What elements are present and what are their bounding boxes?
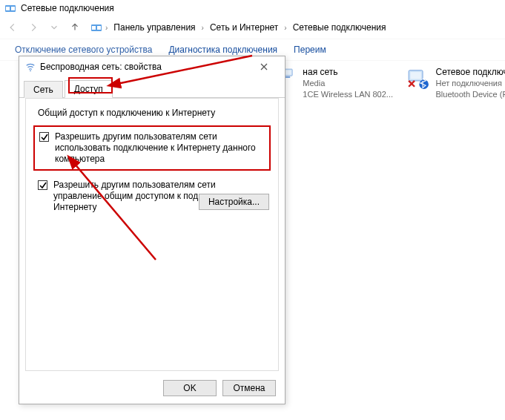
connection-name: Сетевое подключен — [436, 67, 505, 78]
rename-button[interactable]: Переим — [294, 45, 326, 55]
wifi-icon — [25, 62, 36, 72]
connection-name: ная сеть — [303, 67, 393, 78]
cancel-button[interactable]: Отмена — [222, 380, 276, 396]
nav-row: › Панель управления › Сеть и Интернет › … — [0, 16, 505, 39]
close-button[interactable] — [249, 58, 279, 76]
titlebar: Сетевые подключения — [0, 0, 505, 16]
explorer-window: Сетевые подключения › Панель управления … — [0, 0, 505, 61]
checkbox-icon[interactable] — [39, 132, 49, 142]
sharing-panel: Общий доступ к подключению к Интернету Р… — [25, 98, 279, 371]
dialog-buttons: OK Отмена — [163, 380, 276, 396]
chevron-right-icon: › — [283, 24, 288, 32]
properties-dialog: Беспроводная сеть: свойства Сеть Доступ … — [19, 56, 285, 404]
checkbox-label: Разрешить другим пользователям сети испо… — [55, 131, 265, 165]
diagnose-button[interactable]: Диагностика подключения — [168, 45, 277, 55]
tab-network[interactable]: Сеть — [24, 81, 63, 98]
address-bar[interactable]: › Панель управления › Сеть и Интернет › … — [88, 19, 392, 36]
recent-dropdown[interactable] — [46, 19, 62, 36]
ok-button[interactable]: OK — [163, 380, 217, 396]
bluetooth-adapter-icon — [406, 67, 430, 96]
connection-status: Нет подключения — [436, 78, 505, 89]
connection-device: 1CE Wireless LAN 802... — [303, 89, 393, 100]
settings-button[interactable]: Настройка... — [199, 194, 269, 210]
checkbox-icon[interactable] — [38, 180, 47, 190]
dialog-titlebar: Беспроводная сеть: свойства — [19, 56, 285, 77]
svg-rect-2 — [11, 7, 15, 10]
allow-sharing-checkbox-row[interactable]: Разрешить другим пользователям сети испо… — [33, 125, 271, 171]
svg-rect-1 — [6, 7, 10, 10]
connection-status: Media — [303, 78, 393, 89]
network-folder-icon — [90, 22, 102, 33]
breadcrumb[interactable]: Сетевые подключения — [290, 21, 389, 34]
svg-rect-5 — [97, 26, 101, 30]
list-item[interactable]: Сетевое подключен Нет подключения Blueto… — [406, 67, 505, 100]
connection-device: Bluetooth Device (P — [436, 89, 505, 100]
chevron-right-icon: › — [200, 24, 205, 32]
connections-list: ная сеть Media 1CE Wireless LAN 802... С… — [282, 67, 505, 100]
svg-rect-4 — [92, 26, 96, 30]
tab-sharing[interactable]: Доступ — [65, 80, 113, 98]
up-button[interactable] — [67, 19, 83, 36]
disable-device-button[interactable]: Отключение сетевого устройства — [15, 45, 152, 55]
svg-point-12 — [30, 70, 31, 71]
forward-button[interactable] — [25, 19, 42, 36]
network-folder-icon — [4, 2, 16, 14]
back-button[interactable] — [4, 19, 21, 36]
svg-rect-10 — [411, 72, 421, 79]
chevron-right-icon: › — [104, 24, 109, 32]
list-item[interactable]: ная сеть Media 1CE Wireless LAN 802... — [282, 67, 393, 100]
breadcrumb[interactable]: Сеть и Интернет — [207, 21, 281, 34]
group-label: Общий доступ к подключению к Интернету — [38, 108, 271, 118]
svg-rect-8 — [285, 76, 290, 78]
breadcrumb[interactable]: Панель управления — [110, 21, 198, 34]
dialog-title: Беспроводная сеть: свойства — [40, 62, 249, 72]
window-title: Сетевые подключения — [21, 3, 114, 13]
tab-strip: Сеть Доступ — [19, 80, 285, 98]
